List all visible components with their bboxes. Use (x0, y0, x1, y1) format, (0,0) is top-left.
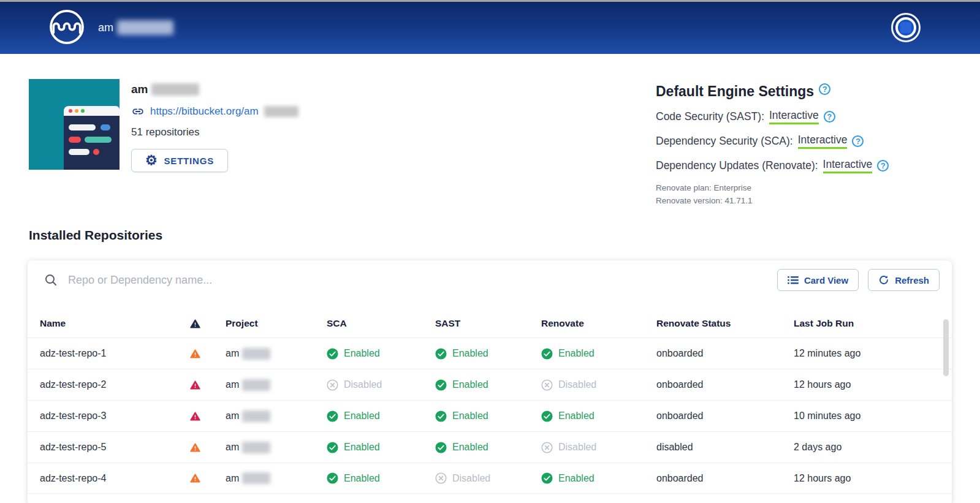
check-circle-icon (435, 410, 447, 422)
table-row[interactable]: adz-test-repo-5 am Enab (28, 431, 952, 463)
check-circle-icon (327, 348, 338, 360)
repo-name-cell[interactable]: adz-test-repo-4 (40, 473, 178, 484)
check-circle-icon (435, 348, 447, 360)
table-header: Name Project SCA SAST Renovate Renovate … (28, 300, 952, 338)
last-job-run-cell: 12 hours ago (794, 379, 952, 390)
list-view-icon (788, 275, 799, 285)
refresh-label: Refresh (895, 275, 929, 286)
status-label: Disabled (452, 473, 490, 484)
help-icon[interactable]: ? (824, 111, 835, 123)
renovate-onboard-status-cell: onboarded (656, 379, 794, 390)
help-icon[interactable]: ? (852, 135, 864, 147)
redacted-text (242, 348, 270, 360)
repositories-card: Card View Refresh Name Project SCA SAST … (28, 260, 952, 503)
project-cell: am (212, 442, 327, 453)
col-header-sca[interactable]: SCA (327, 318, 435, 329)
warning-triangle-icon[interactable] (190, 380, 200, 390)
project-label: am (226, 442, 239, 453)
setting-label: Dependency Updates (Renovate): (656, 159, 818, 172)
col-header-last-job-run[interactable]: Last Job Run (794, 318, 952, 329)
repo-count: 51 repositories (131, 126, 298, 138)
check-circle-icon (541, 410, 553, 422)
status-label: Enabled (344, 410, 380, 422)
col-header-sast[interactable]: SAST (435, 318, 541, 329)
card-view-button[interactable]: Card View (777, 269, 859, 291)
sast-status-cell: Enabled (435, 379, 541, 391)
renovate-status-cell: Enabled (541, 348, 656, 360)
repo-name-cell[interactable]: adz-test-repo-3 (40, 410, 178, 422)
navbar: am (0, 2, 980, 54)
sast-status-cell: Enabled (435, 348, 541, 360)
col-header-renovate-status[interactable]: Renovate Status (656, 318, 794, 329)
cross-circle-icon (327, 379, 338, 391)
col-header-name[interactable]: Name (40, 318, 178, 329)
status-label: Enabled (344, 348, 380, 359)
col-header-renovate[interactable]: Renovate (541, 318, 656, 329)
renovate-onboard-status-cell: onboarded (656, 473, 794, 484)
redacted-text (117, 20, 173, 35)
warning-triangle-icon[interactable] (190, 349, 200, 358)
setting-value-link[interactable]: Interactive (798, 134, 848, 149)
project-label: am (226, 379, 239, 390)
col-header-project[interactable]: Project (212, 318, 327, 329)
status-label: Enabled (344, 442, 380, 453)
redacted-text (242, 379, 270, 391)
repo-name-cell[interactable]: adz-test-repo-5 (40, 442, 178, 453)
user-avatar[interactable] (891, 13, 921, 42)
navbar-org-label: am (98, 21, 113, 34)
renovate-version: Renovate version: 41.71.1 (656, 195, 974, 208)
project-label: am (226, 410, 239, 422)
table-row[interactable]: adz-test-repo-2 am Disa (28, 369, 952, 400)
sast-status-cell: Disabled (435, 472, 541, 484)
profile-section: am https://bitbucket.org/am 51 repositor… (0, 54, 980, 238)
last-job-run-cell: 2 days ago (794, 442, 952, 453)
status-label: Enabled (558, 410, 594, 422)
status-label: Enabled (452, 442, 488, 453)
warning-triangle-icon[interactable] (190, 443, 200, 452)
check-circle-icon (327, 442, 338, 453)
table-row[interactable]: adz-test-repo-4 am Enab (28, 463, 952, 494)
setting-value-link[interactable]: Interactive (769, 109, 819, 124)
table-row[interactable]: adz-test-repo-3 am Enab (28, 400, 952, 431)
refresh-button[interactable]: Refresh (868, 269, 940, 291)
mend-logo-icon[interactable] (48, 8, 86, 46)
status-label: Enabled (558, 473, 594, 484)
cross-circle-icon (435, 472, 447, 484)
cross-circle-icon (541, 442, 553, 453)
alerts-column-icon[interactable] (190, 319, 200, 328)
navbar-org-name[interactable]: am (98, 20, 173, 35)
settings-button[interactable]: ⚙ SETTINGS (131, 149, 228, 172)
help-icon[interactable]: ? (819, 83, 830, 95)
project-cell: am (212, 472, 327, 484)
repo-name-cell[interactable]: adz-test-repo-1 (40, 348, 178, 359)
table-row[interactable]: adz-test-repo-1 am Enab (28, 338, 952, 369)
setting-value-link[interactable]: Interactive (823, 158, 873, 173)
cross-circle-icon (541, 379, 553, 391)
vertical-scrollbar[interactable] (943, 319, 949, 376)
check-circle-icon (435, 442, 447, 453)
status-label: Disabled (558, 379, 596, 390)
last-job-run-cell: 12 minutes ago (794, 348, 952, 359)
org-name-label: am (131, 83, 148, 96)
help-icon[interactable]: ? (877, 160, 889, 172)
sast-status-cell: Enabled (435, 442, 541, 453)
sca-status-cell: Disabled (327, 379, 435, 391)
status-label: Disabled (344, 379, 382, 390)
warning-triangle-icon[interactable] (190, 412, 200, 421)
org-url-link[interactable]: https://bitbucket.org/am (150, 105, 259, 118)
last-job-run-cell: 12 hours ago (794, 473, 952, 484)
project-label: am (226, 473, 239, 484)
repo-name-cell[interactable]: adz-test-repo-2 (40, 379, 178, 390)
renovate-status-cell: Enabled (541, 472, 656, 484)
renovate-status-cell: Disabled (541, 379, 656, 391)
warning-triangle-icon[interactable] (190, 474, 200, 483)
project-cell: am (212, 410, 327, 422)
org-name: am (131, 83, 298, 96)
engine-setting-sca: Dependency Security (SCA): Interactive ? (656, 134, 974, 149)
check-circle-icon (327, 410, 338, 422)
search-input[interactable] (58, 274, 777, 287)
org-avatar-image (29, 79, 120, 170)
sca-status-cell: Enabled (327, 410, 435, 422)
setting-label: Code Security (SAST): (656, 110, 764, 123)
sca-status-cell: Enabled (327, 442, 435, 453)
